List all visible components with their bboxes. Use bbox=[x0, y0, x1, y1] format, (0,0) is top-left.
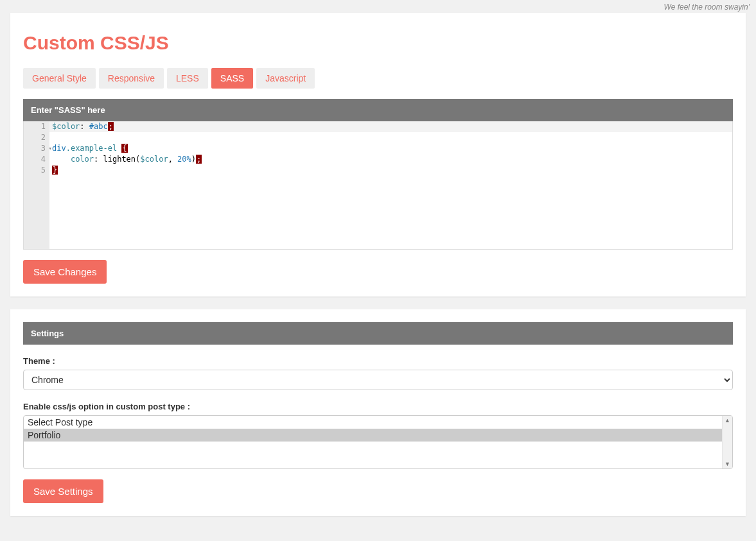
save-changes-button[interactable]: Save Changes bbox=[23, 260, 107, 284]
tab-less[interactable]: LESS bbox=[167, 68, 208, 89]
multiselect-scrollbar[interactable]: ▲ ▼ bbox=[722, 416, 732, 468]
code-error-token: ; bbox=[196, 155, 202, 164]
code-error-token: ; bbox=[108, 122, 114, 131]
posttype-option-placeholder[interactable]: Select Post type bbox=[24, 416, 722, 429]
code-token: $color bbox=[140, 155, 168, 164]
posttype-multiselect[interactable]: Select Post type Portfolio ▲ ▼ bbox=[23, 415, 733, 469]
code-editor[interactable]: 1 2 3▾ 4 5 $color: #abc; div.example-el … bbox=[23, 121, 733, 250]
theme-label: Theme : bbox=[23, 356, 733, 366]
tab-general-style[interactable]: General Style bbox=[23, 68, 96, 89]
settings-panel: Settings Theme : Chrome Enable css/js op… bbox=[10, 309, 746, 516]
posttype-label: Enable css/js option in custom post type… bbox=[23, 402, 733, 411]
editor-gutter: 1 2 3▾ 4 5 bbox=[24, 121, 49, 249]
theme-select[interactable]: Chrome bbox=[23, 370, 733, 390]
code-token: : bbox=[80, 122, 89, 131]
editor-header: Enter "SASS" here bbox=[23, 99, 733, 121]
settings-header: Settings bbox=[23, 322, 733, 345]
code-token: ) bbox=[191, 155, 196, 164]
code-token: $color bbox=[52, 122, 80, 131]
code-token: lighten bbox=[103, 155, 136, 164]
code-token: #abc bbox=[89, 122, 108, 131]
line-number: 5 bbox=[28, 165, 46, 176]
code-token: : bbox=[94, 155, 103, 164]
code-token: div bbox=[52, 144, 66, 153]
code-area[interactable]: $color: #abc; div.example-el { color: li… bbox=[49, 121, 732, 249]
save-settings-button[interactable]: Save Settings bbox=[23, 479, 103, 503]
top-tagline: We feel the room swayin' bbox=[0, 0, 756, 13]
code-token: .example-el bbox=[66, 144, 117, 153]
page-title: Custom CSS/JS bbox=[23, 32, 733, 54]
line-number: 3▾ bbox=[28, 143, 46, 154]
code-error-token: } bbox=[52, 166, 58, 175]
active-line-highlight bbox=[49, 121, 732, 132]
custom-cssjs-panel: Custom CSS/JS General Style Responsive L… bbox=[10, 13, 746, 296]
line-number: 4 bbox=[28, 154, 46, 165]
line-number: 1 bbox=[28, 121, 46, 132]
code-token bbox=[52, 155, 71, 164]
tab-sass[interactable]: SASS bbox=[211, 68, 253, 89]
code-token: , bbox=[168, 155, 177, 164]
line-number: 2 bbox=[28, 132, 46, 143]
scroll-up-icon[interactable]: ▲ bbox=[725, 417, 730, 424]
posttype-option-portfolio[interactable]: Portfolio bbox=[24, 429, 722, 442]
code-error-token: { bbox=[121, 144, 127, 153]
scroll-down-icon[interactable]: ▼ bbox=[725, 461, 730, 467]
tab-javascript[interactable]: Javascript bbox=[256, 68, 315, 89]
tab-responsive[interactable]: Responsive bbox=[99, 68, 164, 89]
tabs-bar: General Style Responsive LESS SASS Javas… bbox=[23, 68, 733, 89]
code-token: color bbox=[71, 155, 94, 164]
code-token: 20% bbox=[177, 155, 191, 164]
